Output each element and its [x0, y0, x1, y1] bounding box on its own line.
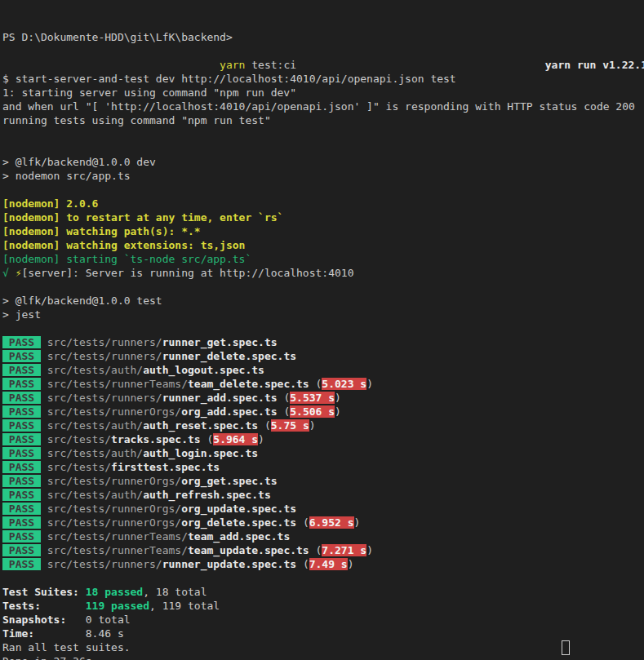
- test-file-dir: src/tests/runnerOrgs/: [47, 503, 181, 515]
- terminal-text: ): [348, 558, 354, 570]
- terminal-text: 0 total: [86, 613, 131, 626]
- test-duration-badge: 5.023 s: [322, 378, 366, 390]
- terminal-text: [41, 461, 47, 473]
- test-file-dir: src/tests/runnerOrgs/: [47, 475, 181, 487]
- test-file-name: auth_login.spec.ts: [143, 447, 258, 459]
- spacer: [296, 58, 545, 72]
- terminal-line: > @lfk/backend@1.0.0 test: [2, 294, 644, 308]
- pass-badge: PASS: [2, 336, 41, 348]
- terminal-line: [nodemon] to restart at any time, enter …: [2, 210, 644, 224]
- terminal-text: (: [278, 405, 291, 418]
- terminal-text: [41, 544, 47, 556]
- pass-badge: PASS: [2, 392, 41, 404]
- test-result-line: PASS src/tests/runners/runner_delete.spe…: [2, 349, 644, 363]
- terminal-text: [41, 336, 47, 348]
- terminal-line: 1: starting server using command "npm ru…: [2, 86, 644, 100]
- terminal-text: [server]: Server is running at http://lo…: [21, 267, 353, 279]
- terminal-line: [2, 183, 644, 197]
- test-file-dir: src/tests/runnerTeams/: [47, 378, 188, 390]
- pass-badge: PASS: [2, 419, 41, 432]
- pass-badge: PASS: [2, 530, 41, 543]
- pass-badge: PASS: [2, 350, 41, 362]
- test-file-name: runner_update.spec.ts: [162, 558, 296, 570]
- test-duration-badge: 7.271 s: [322, 544, 366, 556]
- test-result-line: PASS src/tests/runnerTeams/team_update.s…: [2, 543, 644, 557]
- pass-badge: PASS: [2, 558, 41, 570]
- terminal-text: [nodemon] 2.0.6: [2, 197, 98, 210]
- test-file-dir: src/tests/auth/: [47, 364, 143, 376]
- terminal-line: > @lfk/backend@1.0.0 dev: [2, 155, 644, 169]
- terminal-text: (: [258, 419, 271, 432]
- terminal-text: Time:: [2, 627, 86, 640]
- pass-badge: PASS: [2, 433, 41, 445]
- test-file-name: team_update.spec.ts: [188, 544, 309, 556]
- terminal-line: > nodemon src/app.ts: [2, 169, 644, 183]
- test-file-name: team_delete.spec.ts: [188, 378, 309, 390]
- test-file-name: runner_delete.spec.ts: [162, 350, 296, 362]
- terminal-text: [41, 475, 47, 487]
- terminal-text: [41, 489, 47, 501]
- test-file-name: org_update.spec.ts: [181, 503, 296, 515]
- terminal-text: 8.46 s: [86, 627, 124, 640]
- terminal-text: [41, 516, 47, 529]
- pass-badge: PASS: [2, 475, 41, 487]
- test-result-line: PASS src/tests/runners/runner_get.spec.t…: [2, 335, 644, 349]
- terminal-text: [41, 447, 47, 459]
- test-result-line: PASS src/tests/firsttest.spec.ts: [2, 460, 644, 474]
- terminal-text: ): [335, 405, 341, 418]
- terminal-text: and when url "[ 'http://localhost:4010/a…: [2, 100, 635, 113]
- terminal-output: PS D:\Dokumente-HDD\git\LfK\backend> yar…: [2, 30, 644, 660]
- terminal-text: yarn run v1.22.1: [545, 59, 644, 71]
- terminal-line: [2, 127, 644, 141]
- terminal-text: Snapshots:: [2, 613, 86, 626]
- test-duration-badge: 5.75 s: [271, 419, 309, 432]
- terminal-line: [nodemon] watching path(s): *.*: [2, 224, 644, 238]
- terminal-text: > @lfk/backend@1.0.0 test: [2, 295, 162, 307]
- terminal-text: > jest: [2, 308, 41, 321]
- pass-badge: PASS: [2, 503, 41, 515]
- test-file-dir: src/tests/runnerTeams/: [47, 530, 188, 543]
- pass-badge: PASS: [2, 364, 41, 376]
- test-file-dir: src/tests/runners/: [47, 336, 162, 348]
- terminal-text: ): [366, 378, 373, 390]
- test-result-line: PASS src/tests/runnerTeams/team_add.spec…: [2, 529, 644, 543]
- terminal-text: running tests using command "npm run tes…: [2, 114, 271, 126]
- test-result-line: PASS src/tests/runnerOrgs/org_delete.spe…: [2, 516, 644, 529]
- terminal-text: [41, 392, 47, 404]
- test-file-dir: src/tests/runnerOrgs/: [47, 405, 181, 418]
- terminal-cursor: [562, 640, 570, 655]
- terminal-text: $ start-server-and-test dev http://local…: [2, 73, 456, 85]
- terminal-text: [41, 405, 47, 418]
- test-file-dir: src/tests/runners/: [47, 558, 162, 570]
- pass-badge: PASS: [2, 516, 41, 529]
- terminal-line: [nodemon] starting `ts-node src/app.ts`: [2, 252, 644, 266]
- terminal-line: Done in 27.36s.: [2, 654, 644, 660]
- terminal-text: ): [335, 392, 341, 404]
- test-file-dir: src/tests/runnerTeams/: [47, 544, 188, 556]
- terminal-text: [nodemon] starting `ts-node src/app.ts`: [2, 253, 251, 265]
- terminal-line: PS D:\Dokumente-HDD\git\LfK\backend>: [2, 30, 644, 44]
- terminal-line: [2, 141, 644, 155]
- test-result-line: PASS src/tests/auth/auth_reset.spec.ts (…: [2, 419, 644, 432]
- terminal-text: 1: starting server using command "npm ru…: [2, 86, 296, 99]
- terminal-line: Test Suites: 18 passed, 18 total: [2, 585, 644, 599]
- terminal-text: > @lfk/backend@1.0.0 dev: [2, 156, 156, 168]
- test-result-line: PASS src/tests/tracks.spec.ts (5.964 s): [2, 432, 644, 446]
- test-result-line: PASS src/tests/auth/auth_refresh.spec.ts: [2, 488, 644, 502]
- terminal-line: Tests: 119 passed, 119 total: [2, 599, 644, 613]
- test-file-name: auth_reset.spec.ts: [143, 419, 258, 432]
- test-result-line: PASS src/tests/runners/runner_update.spe…: [2, 557, 644, 571]
- test-result-line: PASS src/tests/runnerOrgs/org_get.spec.t…: [2, 474, 644, 488]
- terminal-text: (: [296, 558, 309, 570]
- test-file-name: auth_refresh.spec.ts: [143, 489, 271, 501]
- terminal-line: [2, 571, 644, 585]
- terminal-text: (: [309, 544, 322, 556]
- terminal-text: (: [296, 516, 309, 529]
- test-file-dir: src/tests/runners/: [47, 350, 162, 362]
- pass-badge: PASS: [2, 489, 41, 501]
- pass-badge: PASS: [2, 405, 41, 418]
- test-result-line: PASS src/tests/runnerTeams/team_delete.s…: [2, 377, 644, 391]
- terminal-text: yarn: [220, 59, 245, 71]
- terminal[interactable]: PS D:\Dokumente-HDD\git\LfK\backend> yar…: [0, 0, 644, 660]
- test-duration-badge: 6.952 s: [309, 516, 354, 529]
